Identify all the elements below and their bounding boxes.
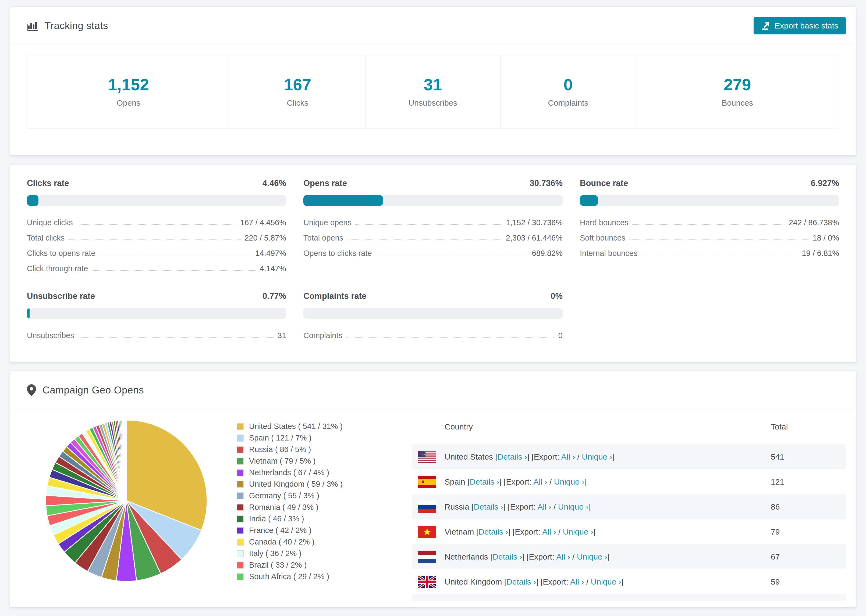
legend-item-germany[interactable]: Germany ( 55 / 3% ) <box>237 490 403 501</box>
legend-item-vietnam[interactable]: Vietnam ( 79 / 5% ) <box>237 455 403 467</box>
dotted-leader <box>629 239 809 240</box>
legend-item-south-africa[interactable]: South Africa ( 29 / 2% ) <box>237 571 403 582</box>
legend-item-netherlands[interactable]: Netherlands ( 67 / 4% ) <box>237 467 403 478</box>
campaign-geo-opens-card: Campaign Geo Opens United States ( 541 /… <box>10 371 856 607</box>
rate-progressbar <box>580 195 839 206</box>
dashboard-page: Tracking stats Export basic stats 1,152O… <box>0 0 866 607</box>
legend-color-chip <box>237 481 244 488</box>
legend-label: Russia ( 86 / 5% ) <box>249 445 311 454</box>
summary-stat-value: 1,152 <box>108 75 149 94</box>
export-all-link[interactable]: All › <box>533 477 547 486</box>
rate-value: 6.927% <box>811 178 839 188</box>
export-button-label: Export basic stats <box>775 21 838 30</box>
export-all-link[interactable]: All › <box>542 527 556 536</box>
details-link[interactable]: Details › <box>498 452 527 461</box>
rate-progressbar <box>27 195 286 206</box>
rate-detail-row: Unique opens1,152 / 30.736% <box>303 213 563 228</box>
rate-detail-rows: Hard bounces242 / 86.738%Soft bounces18 … <box>580 213 839 259</box>
geo-table-row-netherlands: Netherlands [Details ›] [Export: All › /… <box>411 544 846 569</box>
legend-item-canada[interactable]: Canada ( 40 / 2% ) <box>237 536 403 548</box>
legend-label: India ( 46 / 3% ) <box>249 514 304 523</box>
export-unique-link[interactable]: Unique › <box>563 527 593 536</box>
rate-value: 0% <box>551 291 563 301</box>
rate-detail-label: Internal bounces <box>580 249 638 259</box>
summary-stat-value: 167 <box>284 75 312 94</box>
export-all-link[interactable]: All › <box>556 552 570 561</box>
legend-item-united-kingdom[interactable]: United Kingdom ( 59 / 3% ) <box>237 478 403 490</box>
summary-stat-value: 279 <box>724 75 751 94</box>
export-unique-link[interactable]: Unique › <box>582 452 612 461</box>
export-all-link[interactable]: All › <box>561 452 575 461</box>
dotted-leader <box>641 255 798 255</box>
export-all-link[interactable]: All › <box>570 577 584 586</box>
legend-item-france[interactable]: France ( 42 / 2% ) <box>237 525 403 536</box>
rate-detail-value: 19 / 6.81% <box>802 249 839 259</box>
geo-table-row-russia: Russia [Details ›] [Export: All › / Uniq… <box>411 494 846 519</box>
summary-stat-unsubscribes: 31Unsubscribes <box>365 54 501 128</box>
flag-cell <box>411 469 444 494</box>
rate-detail-row: Internal bounces19 / 6.81% <box>580 244 839 259</box>
export-unique-link[interactable]: Unique › <box>591 577 621 586</box>
summary-stat-complaints: 0Complaints <box>501 54 636 128</box>
details-link[interactable]: Details › <box>474 502 503 511</box>
geo-title: Campaign Geo Opens <box>43 385 144 396</box>
flag-icon-ru <box>418 501 444 513</box>
rate-head: Complaints rate0% <box>303 291 563 301</box>
details-link[interactable]: Details › <box>493 552 522 561</box>
tracking-stats-card: Tracking stats Export basic stats 1,152O… <box>10 6 856 156</box>
details-link[interactable]: Details › <box>506 577 536 586</box>
rate-detail-row: Clicks to opens rate14.497% <box>27 244 286 259</box>
export-unique-link[interactable]: Unique › <box>554 477 584 486</box>
dotted-leader <box>77 224 236 225</box>
export-all-link[interactable]: All › <box>537 502 551 511</box>
legend-label: Germany ( 55 / 3% ) <box>249 491 319 500</box>
country-cell: United Kingdom [Details ›] [Export: All … <box>444 569 770 594</box>
export-unique-link[interactable]: Unique › <box>577 552 607 561</box>
summary-stat-label: Complaints <box>548 98 588 107</box>
rate-block-opens-rate: Opens rate30.736%Unique opens1,152 / 30.… <box>303 178 563 274</box>
rate-detail-label: Unique clicks <box>27 218 73 228</box>
rates-card: Clicks rate4.46%Unique clicks167 / 4.456… <box>10 164 856 362</box>
legend-color-chip <box>237 550 244 557</box>
dotted-leader <box>355 224 502 225</box>
rate-detail-value: 31 <box>277 331 286 341</box>
legend-label: Italy ( 36 / 2% ) <box>249 549 301 558</box>
details-link[interactable]: Details › <box>479 527 508 536</box>
export-icon <box>761 21 770 30</box>
legend-item-russia[interactable]: Russia ( 86 / 5% ) <box>237 444 403 455</box>
rate-value: 0.77% <box>263 291 286 301</box>
legend-item-united-states[interactable]: United States ( 541 / 31% ) <box>237 421 403 432</box>
details-link[interactable]: Details › <box>469 477 499 486</box>
rate-detail-label: Total opens <box>303 234 343 244</box>
legend-label: Vietnam ( 79 / 5% ) <box>249 457 316 465</box>
legend-item-italy[interactable]: Italy ( 36 / 2% ) <box>237 548 403 559</box>
rate-progressbar-fill <box>580 195 598 206</box>
legend-item-spain[interactable]: Spain ( 121 / 7% ) <box>237 432 403 444</box>
country-cell: Vietnam [Details ›] [Export: All › / Uni… <box>444 519 770 544</box>
rate-detail-label: Click through rate <box>27 264 88 274</box>
country-cell: Germany [Details ›] [Export: All › / Uni… <box>444 594 770 601</box>
legend-item-india[interactable]: India ( 46 / 3% ) <box>237 513 403 525</box>
summary-stat-clicks: 167Clicks <box>230 54 365 128</box>
export-unique-link[interactable]: Unique › <box>558 502 589 511</box>
geo-table-row-united-kingdom: United Kingdom [Details ›] [Export: All … <box>411 569 846 594</box>
tracking-stats-header: Tracking stats Export basic stats <box>10 7 856 45</box>
rate-detail-row: Unsubscribes31 <box>27 326 286 341</box>
legend-item-romania[interactable]: Romania ( 49 / 3% ) <box>237 501 403 513</box>
rate-detail-row: Hard bounces242 / 86.738% <box>580 213 839 228</box>
flag-cell <box>411 444 444 469</box>
summary-stat-value: 0 <box>564 75 573 94</box>
export-basic-stats-button[interactable]: Export basic stats <box>754 17 846 35</box>
country-name: Vietnam <box>444 527 474 536</box>
legend-color-chip <box>237 458 244 465</box>
pie-slice-other-36[interactable] <box>126 420 126 501</box>
rate-block-bounce-rate: Bounce rate6.927%Hard bounces242 / 86.73… <box>580 178 839 274</box>
total-cell: 55 <box>770 594 846 601</box>
legend-item-brazil[interactable]: Brazil ( 33 / 2% ) <box>237 559 403 571</box>
rate-title: Bounce rate <box>580 178 628 188</box>
summary-stat-label: Opens <box>117 98 140 107</box>
country-name: Russia <box>444 502 469 511</box>
rate-detail-value: 1,152 / 30.736% <box>506 218 563 228</box>
legend-color-chip <box>237 423 244 430</box>
geo-table-row-germany: Germany [Details ›] [Export: All › / Uni… <box>411 594 846 601</box>
